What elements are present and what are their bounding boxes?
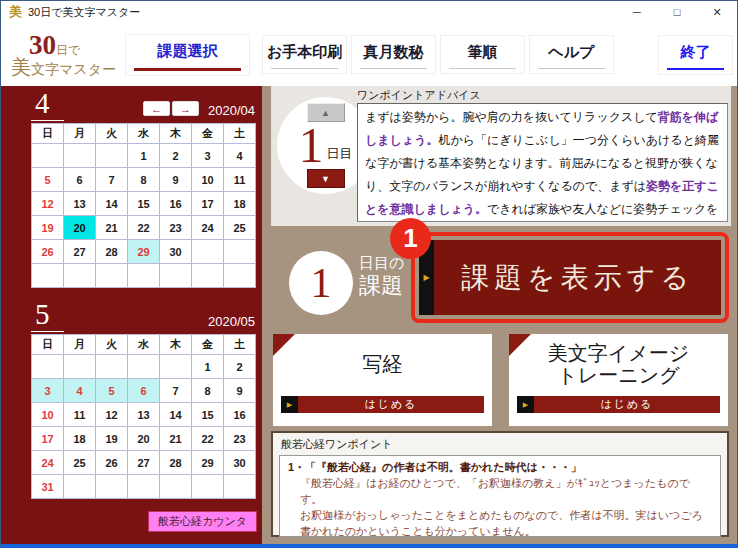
calendar-cell[interactable]: 13 [64, 192, 96, 216]
close-icon[interactable]: ✕ [697, 1, 737, 23]
calendar-cell[interactable]: 4 [224, 144, 256, 168]
down-arrow-icon: ▼ [321, 174, 330, 184]
window-title: 30日で美文字マスター [28, 5, 140, 20]
calendar-cell[interactable]: 20 [128, 427, 160, 451]
day-header: 土 [224, 335, 256, 355]
nav-help-button[interactable]: ヘルプ [529, 35, 614, 74]
left-arrow-icon: ← [151, 103, 162, 115]
calendar-cell [32, 144, 64, 168]
calendar-cell[interactable]: 6 [128, 379, 160, 403]
calendar-cell[interactable]: 11 [64, 403, 96, 427]
nav-label: 課題選択 [157, 43, 217, 59]
calendar-cell[interactable]: 1 [128, 144, 160, 168]
calendar-cell[interactable]: 19 [32, 216, 64, 240]
calendar-cell[interactable]: 5 [96, 379, 128, 403]
calendar-cell[interactable]: 9 [160, 168, 192, 192]
task-day-circle: 1 [289, 251, 353, 315]
nav-numerology-button[interactable]: 真月数秘 [351, 35, 436, 74]
nav-label: ヘルプ [548, 44, 594, 60]
minimize-icon[interactable]: ─ [617, 1, 657, 23]
calendar-cell[interactable]: 21 [96, 216, 128, 240]
calendar-cell[interactable]: 2 [160, 144, 192, 168]
calendar-cell[interactable]: 7 [160, 379, 192, 403]
calendar-cell[interactable]: 27 [128, 451, 160, 475]
calendar-cell[interactable]: 28 [160, 451, 192, 475]
calendar-cell [32, 355, 64, 379]
calendar-cell[interactable]: 21 [160, 427, 192, 451]
show-task-button[interactable]: ▶ 課題を表示する [419, 240, 721, 315]
calendar-cell[interactable]: 20 [64, 216, 96, 240]
nav-task-select-button[interactable]: 課題選択 [125, 34, 250, 76]
calendar-cell[interactable]: 8 [192, 379, 224, 403]
calendar-cell[interactable]: 3 [192, 144, 224, 168]
calendar-cell[interactable]: 31 [32, 475, 64, 499]
calendar-cell[interactable]: 22 [192, 427, 224, 451]
calendar-cell[interactable]: 8 [128, 168, 160, 192]
calendar-cell[interactable]: 15 [192, 403, 224, 427]
calendar-cell[interactable]: 7 [96, 168, 128, 192]
nav-exit-button[interactable]: 終了 [658, 35, 733, 75]
day-header: 日 [32, 124, 64, 144]
maximize-icon[interactable]: □ [657, 1, 697, 23]
calendar-cell [64, 144, 96, 168]
day-header: 日 [32, 335, 64, 355]
calendar-cell[interactable]: 18 [64, 427, 96, 451]
calendar-cell[interactable]: 29 [128, 240, 160, 264]
calendar-cell[interactable]: 22 [128, 216, 160, 240]
calendar-cell[interactable]: 10 [32, 403, 64, 427]
day-header: 水 [128, 335, 160, 355]
calendar-cell[interactable]: 24 [192, 216, 224, 240]
calendar-cell[interactable]: 27 [64, 240, 96, 264]
day-down-button[interactable]: ▼ [307, 169, 345, 188]
calendar-cell[interactable]: 12 [96, 403, 128, 427]
calendar-cell[interactable]: 6 [64, 168, 96, 192]
image-training-start-button[interactable]: ▶ はじめる [517, 396, 720, 413]
calendar-cell[interactable]: 1 [192, 355, 224, 379]
calendar-cell[interactable]: 16 [160, 192, 192, 216]
day-header: 土 [224, 124, 256, 144]
calendar-cell[interactable]: 3 [32, 379, 64, 403]
calendar-cell[interactable]: 9 [224, 379, 256, 403]
calendar-cell[interactable]: 10 [192, 168, 224, 192]
nav-label: お手本印刷 [267, 44, 342, 60]
calendar-cell[interactable]: 2 [224, 355, 256, 379]
calendar-cell[interactable]: 25 [224, 216, 256, 240]
logo-bi-char: 美 [11, 56, 31, 78]
calendar-cell[interactable]: 19 [96, 427, 128, 451]
heart-sutra-counter-button[interactable]: 般若心経カウンタ [148, 511, 257, 532]
day-header: 木 [160, 124, 192, 144]
task-day-number: 1 [311, 262, 332, 304]
calendar-cell[interactable]: 14 [160, 403, 192, 427]
prev-month-button[interactable]: ← [143, 101, 170, 116]
calendar-cell[interactable]: 24 [32, 451, 64, 475]
calendar-cell[interactable]: 17 [192, 192, 224, 216]
main-area: 4 ← → 2020/04 日月火水木金土1234567891011121314… [1, 86, 737, 544]
advice-label: ワンポイントアドバイス [357, 88, 481, 103]
calendar-cell[interactable]: 5 [32, 168, 64, 192]
calendar-cell[interactable]: 4 [64, 379, 96, 403]
calendar-cell[interactable]: 23 [224, 427, 256, 451]
calendar-cell[interactable]: 25 [64, 451, 96, 475]
calendar-cell[interactable]: 16 [224, 403, 256, 427]
calendar-cell[interactable]: 11 [224, 168, 256, 192]
calendar-cell[interactable]: 26 [96, 451, 128, 475]
calendar-cell[interactable]: 30 [224, 451, 256, 475]
calendar-cell[interactable]: 13 [128, 403, 160, 427]
calendar-cell[interactable]: 17 [32, 427, 64, 451]
calendar-cell[interactable]: 14 [96, 192, 128, 216]
nav-label: 終了 [680, 44, 710, 60]
calendar-cell[interactable]: 29 [192, 451, 224, 475]
calendar-cell[interactable]: 26 [32, 240, 64, 264]
advice-text: まずは姿勢から。腕や肩の力を抜いてリラックスして [365, 110, 658, 124]
calendar-cell[interactable]: 30 [160, 240, 192, 264]
shakyo-start-button[interactable]: ▶ はじめる [281, 396, 484, 413]
wisdom-label: 般若心経ワンポイント [281, 437, 721, 452]
calendar-cell[interactable]: 28 [96, 240, 128, 264]
nav-stroke-order-button[interactable]: 筆順 [440, 35, 525, 74]
calendar-cell[interactable]: 23 [160, 216, 192, 240]
calendar-cell[interactable]: 12 [32, 192, 64, 216]
calendar-cell[interactable]: 18 [224, 192, 256, 216]
nav-print-model-button[interactable]: お手本印刷 [262, 35, 347, 74]
calendar-cell[interactable]: 15 [128, 192, 160, 216]
next-month-button[interactable]: → [172, 101, 199, 116]
